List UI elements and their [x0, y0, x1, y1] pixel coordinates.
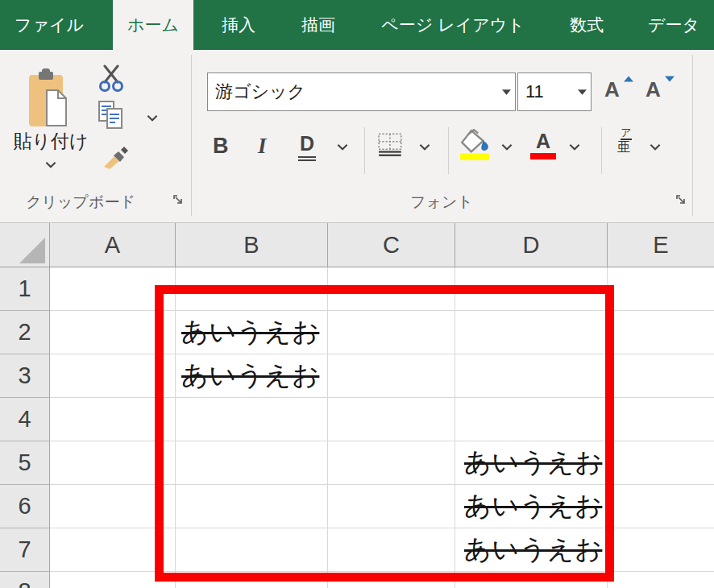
clipboard-dialog-launcher-icon[interactable]	[172, 194, 185, 206]
font-size-combo[interactable]: 11	[517, 72, 592, 111]
cell-E4[interactable]	[608, 398, 714, 441]
cell-E2[interactable]	[608, 311, 714, 354]
column-header-a[interactable]: A	[50, 223, 176, 267]
cell-E5[interactable]	[608, 441, 714, 485]
format-painter-brush-icon	[103, 145, 129, 171]
format-painter-button[interactable]	[103, 145, 129, 174]
cell-C3[interactable]	[328, 354, 455, 398]
cell-E8[interactable]	[608, 572, 714, 588]
cell-E3[interactable]	[608, 354, 714, 398]
row-header-6[interactable]: 6	[0, 485, 50, 528]
cell-C4[interactable]	[328, 398, 455, 441]
row-header-7[interactable]: 7	[0, 528, 50, 572]
tab-page-layout[interactable]: ページ レイアウト	[381, 0, 524, 50]
copy-dropdown-chevron-icon[interactable]	[147, 114, 158, 122]
cell-D6[interactable]: あいうえお	[455, 485, 608, 528]
cell-D3[interactable]	[455, 354, 608, 398]
cell-B1[interactable]	[176, 267, 328, 311]
cell-C7[interactable]	[328, 528, 455, 572]
font-color-dropdown-chevron-icon[interactable]	[569, 143, 580, 151]
bold-letter: B	[213, 134, 229, 159]
cell-A2[interactable]	[50, 311, 176, 354]
cut-button[interactable]	[98, 64, 124, 97]
italic-button[interactable]: I	[258, 134, 267, 159]
cell-D8[interactable]	[455, 572, 608, 588]
font-name-dropdown-icon[interactable]	[497, 89, 515, 95]
increase-font-size-button[interactable]: A	[604, 77, 620, 102]
copy-button[interactable]	[98, 100, 125, 134]
font-dialog-launcher-icon[interactable]	[675, 194, 687, 206]
cell-A8[interactable]	[50, 572, 176, 588]
paste-dropdown-chevron-icon[interactable]	[45, 161, 56, 168]
borders-dropdown-chevron-icon[interactable]	[419, 143, 430, 151]
cell-A7[interactable]	[50, 528, 176, 572]
cell-D7[interactable]: あいうえお	[455, 528, 608, 572]
borders-button[interactable]	[377, 132, 405, 161]
tab-file[interactable]: ファイル	[15, 0, 84, 50]
font-color-button[interactable]: A	[530, 130, 556, 159]
paste-button[interactable]	[27, 68, 71, 134]
cell-A3[interactable]	[50, 354, 176, 398]
column-header-d[interactable]: D	[455, 223, 608, 267]
cell-B3-text: あいうえお	[181, 358, 319, 394]
cell-A4[interactable]	[50, 398, 176, 441]
cell-E7[interactable]	[608, 528, 714, 572]
row-header-1[interactable]: 1	[0, 267, 50, 311]
cell-B3[interactable]: あいうえお	[176, 354, 328, 398]
row-header-4[interactable]: 4	[0, 398, 50, 441]
select-all-corner[interactable]	[0, 223, 50, 267]
fill-color-dropdown-chevron-icon[interactable]	[501, 143, 513, 151]
cell-C2[interactable]	[328, 311, 455, 354]
cell-D1[interactable]	[455, 267, 608, 311]
tab-draw[interactable]: 描画	[301, 0, 335, 50]
cell-C8[interactable]	[328, 572, 455, 588]
cell-A1[interactable]	[50, 267, 176, 311]
cell-B8[interactable]	[176, 572, 328, 588]
row-header-5[interactable]: 5	[0, 441, 50, 485]
cell-D2[interactable]	[455, 311, 608, 354]
underline-button[interactable]: D	[298, 132, 316, 161]
column-header-e[interactable]: E	[608, 223, 714, 267]
tab-data[interactable]: データ	[648, 0, 699, 50]
paste-button-label[interactable]: 貼り付け	[5, 129, 97, 154]
cell-B5[interactable]	[176, 441, 328, 485]
cell-A6[interactable]	[50, 485, 176, 528]
phonetic-guide-button[interactable]: ア 亜	[617, 127, 630, 154]
cell-C1[interactable]	[328, 267, 455, 311]
column-header-b[interactable]: B	[176, 223, 328, 267]
cell-E6[interactable]	[608, 485, 714, 528]
decrease-font-letter: A	[646, 77, 661, 102]
row-header-3[interactable]: 3	[0, 354, 50, 398]
cell-D4[interactable]	[455, 398, 608, 441]
decrease-font-size-button[interactable]: A	[646, 77, 661, 102]
font-size-value[interactable]: 11	[518, 81, 573, 102]
cell-D5[interactable]: あいうえお	[455, 441, 608, 485]
cell-B4[interactable]	[176, 398, 328, 441]
cell-A5[interactable]	[50, 441, 176, 485]
triangle-up-icon	[624, 76, 633, 82]
column-header-c[interactable]: C	[328, 223, 455, 267]
row-header-8[interactable]: 8	[0, 572, 50, 588]
font-size-dropdown-icon[interactable]	[573, 89, 591, 95]
cell-C5[interactable]	[328, 441, 455, 485]
ribbon: 貼り付け	[0, 50, 714, 223]
triangle-down-icon	[665, 76, 675, 82]
font-color-swatch	[530, 153, 556, 159]
tab-insert[interactable]: 挿入	[222, 0, 255, 50]
clipboard-group-label: クリップボード	[6, 192, 155, 213]
cell-B2[interactable]: あいうえお	[176, 311, 328, 354]
tab-formulas[interactable]: 数式	[570, 0, 604, 50]
underline-dropdown-chevron-icon[interactable]	[337, 143, 348, 151]
font-name-value[interactable]: 游ゴシック	[208, 80, 497, 104]
font-name-combo[interactable]: 游ゴシック	[207, 72, 516, 111]
cell-B6[interactable]	[176, 485, 328, 528]
tab-home-label[interactable]: ホーム	[127, 0, 179, 50]
worksheet-grid: A B C D E 1 2 あいうえお 3 あいうえお	[0, 223, 714, 588]
cell-C6[interactable]	[328, 485, 455, 528]
bold-button[interactable]: B	[213, 134, 229, 159]
row-header-2[interactable]: 2	[0, 311, 50, 354]
cell-B7[interactable]	[176, 528, 328, 572]
phonetic-dropdown-chevron-icon[interactable]	[650, 143, 661, 151]
cell-E1[interactable]	[608, 267, 714, 311]
fill-color-button[interactable]	[458, 129, 492, 164]
